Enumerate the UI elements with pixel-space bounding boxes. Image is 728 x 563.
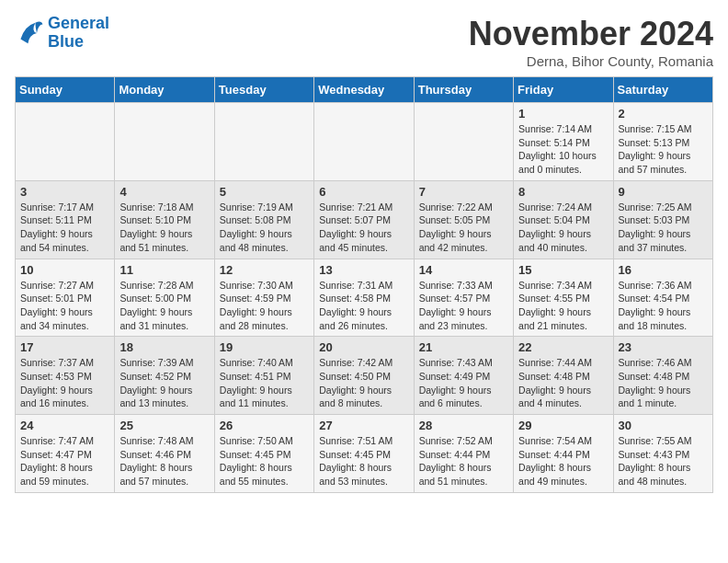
location-subtitle: Derna, Bihor County, Romania xyxy=(469,53,713,69)
calendar-cell: 5Sunrise: 7:19 AM Sunset: 5:08 PM Daylig… xyxy=(214,180,313,259)
day-content: Sunrise: 7:21 AM Sunset: 5:07 PM Dayligh… xyxy=(319,201,408,255)
day-content: Sunrise: 7:48 AM Sunset: 4:46 PM Dayligh… xyxy=(119,434,209,488)
day-number: 20 xyxy=(319,340,408,354)
calendar-cell: 3Sunrise: 7:17 AM Sunset: 5:11 PM Daylig… xyxy=(16,180,115,259)
day-number: 18 xyxy=(119,340,209,354)
day-number: 30 xyxy=(619,419,708,432)
calendar-cell: 23Sunrise: 7:46 AM Sunset: 4:48 PM Dayli… xyxy=(613,337,712,415)
day-number: 22 xyxy=(518,340,608,354)
day-number: 7 xyxy=(419,185,508,199)
weekday-header-row: SundayMondayTuesdayWednesdayThursdayFrid… xyxy=(16,77,713,103)
calendar-cell: 2Sunrise: 7:15 AM Sunset: 5:13 PM Daylig… xyxy=(613,103,712,181)
calendar-cell: 17Sunrise: 7:37 AM Sunset: 4:53 PM Dayli… xyxy=(16,337,115,415)
day-number: 26 xyxy=(220,419,309,432)
calendar-cell: 16Sunrise: 7:36 AM Sunset: 4:54 PM Dayli… xyxy=(613,259,712,337)
day-number: 1 xyxy=(518,107,608,121)
day-number: 6 xyxy=(319,185,408,199)
calendar-cell: 7Sunrise: 7:22 AM Sunset: 5:05 PM Daylig… xyxy=(414,180,513,259)
logo-icon xyxy=(15,18,44,48)
weekday-header-tuesday: Tuesday xyxy=(214,77,313,103)
day-number: 29 xyxy=(518,419,608,432)
month-title: November 2024 xyxy=(469,15,713,53)
calendar-cell: 19Sunrise: 7:40 AM Sunset: 4:51 PM Dayli… xyxy=(214,337,313,415)
day-content: Sunrise: 7:18 AM Sunset: 5:10 PM Dayligh… xyxy=(119,201,209,255)
day-number: 24 xyxy=(20,419,109,432)
day-number: 10 xyxy=(20,263,109,277)
calendar-cell: 11Sunrise: 7:28 AM Sunset: 5:00 PM Dayli… xyxy=(115,259,214,337)
day-number: 19 xyxy=(220,340,309,354)
weekday-header-thursday: Thursday xyxy=(414,77,513,103)
day-content: Sunrise: 7:30 AM Sunset: 4:59 PM Dayligh… xyxy=(220,279,309,333)
day-content: Sunrise: 7:39 AM Sunset: 4:52 PM Dayligh… xyxy=(119,356,209,410)
calendar-cell: 13Sunrise: 7:31 AM Sunset: 4:58 PM Dayli… xyxy=(314,259,414,337)
logo: General Blue xyxy=(15,15,109,52)
calendar-cell: 26Sunrise: 7:50 AM Sunset: 4:45 PM Dayli… xyxy=(214,415,313,493)
day-content: Sunrise: 7:52 AM Sunset: 4:44 PM Dayligh… xyxy=(419,434,508,488)
day-number: 14 xyxy=(419,263,508,277)
logo-line1: General xyxy=(48,14,109,32)
day-number: 21 xyxy=(419,340,508,354)
calendar-cell: 6Sunrise: 7:21 AM Sunset: 5:07 PM Daylig… xyxy=(314,180,414,259)
day-number: 3 xyxy=(20,185,109,199)
calendar-week-row: 17Sunrise: 7:37 AM Sunset: 4:53 PM Dayli… xyxy=(16,337,713,415)
weekday-header-monday: Monday xyxy=(115,77,214,103)
day-number: 12 xyxy=(220,263,309,277)
calendar-week-row: 3Sunrise: 7:17 AM Sunset: 5:11 PM Daylig… xyxy=(16,180,713,259)
day-number: 15 xyxy=(518,263,608,277)
calendar-cell: 30Sunrise: 7:55 AM Sunset: 4:43 PM Dayli… xyxy=(613,415,712,493)
day-content: Sunrise: 7:50 AM Sunset: 4:45 PM Dayligh… xyxy=(220,434,309,488)
day-number: 8 xyxy=(518,185,608,199)
day-content: Sunrise: 7:44 AM Sunset: 4:48 PM Dayligh… xyxy=(518,356,608,410)
calendar-week-row: 24Sunrise: 7:47 AM Sunset: 4:47 PM Dayli… xyxy=(16,415,713,493)
day-content: Sunrise: 7:22 AM Sunset: 5:05 PM Dayligh… xyxy=(419,201,508,255)
calendar-table: SundayMondayTuesdayWednesdayThursdayFrid… xyxy=(15,76,713,493)
calendar-week-row: 1Sunrise: 7:14 AM Sunset: 5:14 PM Daylig… xyxy=(16,103,713,181)
calendar-cell: 25Sunrise: 7:48 AM Sunset: 4:46 PM Dayli… xyxy=(115,415,214,493)
calendar-cell: 18Sunrise: 7:39 AM Sunset: 4:52 PM Dayli… xyxy=(115,337,214,415)
calendar-cell: 14Sunrise: 7:33 AM Sunset: 4:57 PM Dayli… xyxy=(414,259,513,337)
title-area: November 2024 Derna, Bihor County, Roman… xyxy=(469,15,713,69)
calendar-cell: 4Sunrise: 7:18 AM Sunset: 5:10 PM Daylig… xyxy=(115,180,214,259)
day-content: Sunrise: 7:15 AM Sunset: 5:13 PM Dayligh… xyxy=(619,122,708,177)
weekday-header-sunday: Sunday xyxy=(16,77,115,103)
day-content: Sunrise: 7:28 AM Sunset: 5:00 PM Dayligh… xyxy=(119,279,209,333)
weekday-header-saturday: Saturday xyxy=(613,77,712,103)
day-content: Sunrise: 7:19 AM Sunset: 5:08 PM Dayligh… xyxy=(220,201,309,255)
day-content: Sunrise: 7:17 AM Sunset: 5:11 PM Dayligh… xyxy=(20,201,109,255)
calendar-cell xyxy=(414,103,513,181)
day-content: Sunrise: 7:40 AM Sunset: 4:51 PM Dayligh… xyxy=(220,356,309,410)
logo-text: General Blue xyxy=(48,15,109,52)
day-content: Sunrise: 7:51 AM Sunset: 4:45 PM Dayligh… xyxy=(319,434,408,488)
day-number: 23 xyxy=(619,340,708,354)
day-content: Sunrise: 7:42 AM Sunset: 4:50 PM Dayligh… xyxy=(319,356,408,410)
day-number: 2 xyxy=(619,107,708,121)
day-number: 17 xyxy=(20,340,109,354)
day-content: Sunrise: 7:24 AM Sunset: 5:04 PM Dayligh… xyxy=(518,201,608,255)
calendar-cell: 15Sunrise: 7:34 AM Sunset: 4:55 PM Dayli… xyxy=(514,259,613,337)
day-content: Sunrise: 7:31 AM Sunset: 4:58 PM Dayligh… xyxy=(319,279,408,333)
calendar-cell xyxy=(16,103,115,181)
calendar-cell xyxy=(314,103,414,181)
calendar-cell xyxy=(115,103,214,181)
day-number: 4 xyxy=(119,185,209,199)
calendar-cell: 1Sunrise: 7:14 AM Sunset: 5:14 PM Daylig… xyxy=(514,103,613,181)
day-content: Sunrise: 7:34 AM Sunset: 4:55 PM Dayligh… xyxy=(518,279,608,333)
day-content: Sunrise: 7:33 AM Sunset: 4:57 PM Dayligh… xyxy=(419,279,508,333)
calendar-cell: 10Sunrise: 7:27 AM Sunset: 5:01 PM Dayli… xyxy=(16,259,115,337)
day-content: Sunrise: 7:46 AM Sunset: 4:48 PM Dayligh… xyxy=(619,356,708,410)
calendar-cell: 27Sunrise: 7:51 AM Sunset: 4:45 PM Dayli… xyxy=(314,415,414,493)
day-content: Sunrise: 7:37 AM Sunset: 4:53 PM Dayligh… xyxy=(20,356,109,410)
calendar-cell: 21Sunrise: 7:43 AM Sunset: 4:49 PM Dayli… xyxy=(414,337,513,415)
day-content: Sunrise: 7:54 AM Sunset: 4:44 PM Dayligh… xyxy=(518,434,608,488)
day-content: Sunrise: 7:25 AM Sunset: 5:03 PM Dayligh… xyxy=(619,201,708,255)
calendar-cell: 24Sunrise: 7:47 AM Sunset: 4:47 PM Dayli… xyxy=(16,415,115,493)
calendar-cell: 29Sunrise: 7:54 AM Sunset: 4:44 PM Dayli… xyxy=(514,415,613,493)
weekday-header-wednesday: Wednesday xyxy=(314,77,414,103)
day-content: Sunrise: 7:27 AM Sunset: 5:01 PM Dayligh… xyxy=(20,279,109,333)
day-number: 27 xyxy=(319,419,408,432)
calendar-week-row: 10Sunrise: 7:27 AM Sunset: 5:01 PM Dayli… xyxy=(16,259,713,337)
day-number: 11 xyxy=(119,263,209,277)
day-number: 9 xyxy=(619,185,708,199)
weekday-header-friday: Friday xyxy=(514,77,613,103)
calendar-cell: 28Sunrise: 7:52 AM Sunset: 4:44 PM Dayli… xyxy=(414,415,513,493)
